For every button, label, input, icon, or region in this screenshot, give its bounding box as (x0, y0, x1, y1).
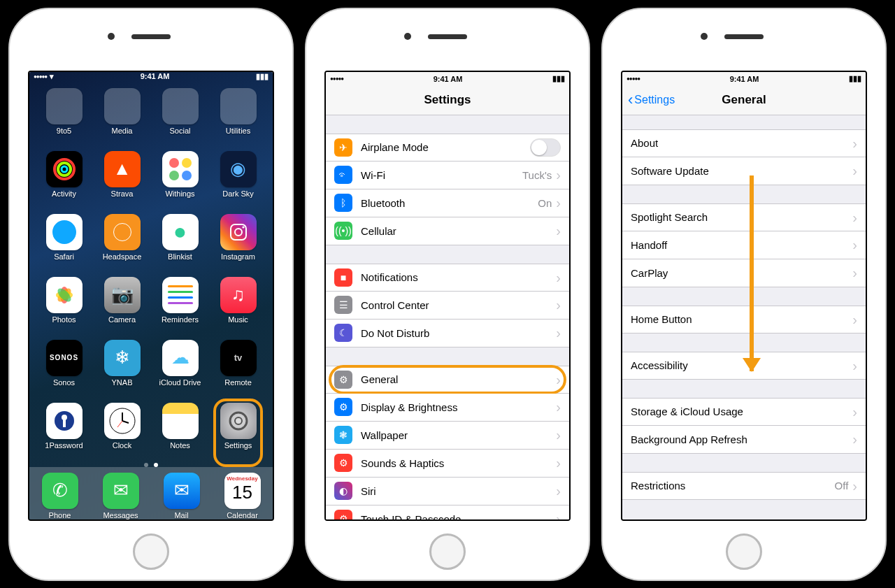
row-touch-id-passcode[interactable]: ⚙Touch ID & Passcode› (326, 505, 569, 519)
svg-point-2 (62, 166, 67, 172)
battery-icon: ▮▮▮ (256, 72, 268, 81)
app-1password[interactable]: 1Password (35, 403, 93, 463)
row-label: Home Button (631, 313, 692, 325)
app-activity[interactable]: Activity (35, 151, 93, 211)
dock-calendar[interactable]: Wednesday15Calendar (224, 473, 261, 519)
row-label: Airplane Mode (361, 141, 429, 153)
folder-utilities[interactable]: Utilities (209, 88, 267, 148)
chevron-left-icon: ‹ (628, 91, 633, 109)
row-detail: Tuck's (522, 169, 556, 181)
app-blinkist[interactable]: ●Blinkist (151, 214, 209, 274)
row-label: Software Update (631, 165, 709, 177)
app-sonos[interactable]: SONOSSonos (35, 340, 93, 400)
settings-list[interactable]: ✈Airplane ModeᯤWi-FiTuck's›ᛒBluetoothOn›… (326, 115, 569, 519)
row-label: Restrictions (631, 480, 685, 492)
row-label: Background App Refresh (631, 433, 747, 445)
svg-point-7 (235, 229, 242, 236)
row-handoff[interactable]: Handoff› (622, 231, 866, 259)
app-camera[interactable]: 📷Camera (93, 277, 151, 337)
chevron-right-icon: › (556, 271, 561, 285)
row-label: About (631, 137, 658, 149)
nav-title: Settings (424, 93, 471, 107)
app-remote[interactable]: tvRemote (209, 340, 267, 400)
row-wallpaper[interactable]: ❃Wallpaper› (326, 422, 569, 450)
row-siri[interactable]: ◐Siri› (326, 478, 569, 505)
home-button[interactable] (133, 533, 169, 570)
app-safari[interactable]: Safari (35, 214, 93, 274)
row-wi-fi[interactable]: ᯤWi-FiTuck's› (326, 162, 569, 189)
general-list[interactable]: About›Software Update› Spotlight Search›… (622, 115, 866, 519)
home-button[interactable] (429, 533, 466, 570)
row-restrictions[interactable]: RestrictionsOff› (622, 472, 866, 500)
chevron-right-icon: › (852, 359, 857, 373)
nav-bar: Settings (326, 86, 569, 115)
app-notes[interactable]: Notes (151, 403, 209, 463)
chevron-right-icon: › (556, 484, 561, 498)
app-reminders[interactable]: Reminders (151, 277, 209, 337)
row-general[interactable]: ⚙General› (326, 366, 569, 394)
app-strava[interactable]: ▲Strava (93, 151, 151, 211)
chevron-right-icon: › (556, 512, 561, 519)
app-clock[interactable]: Clock (93, 403, 151, 463)
chevron-right-icon: › (556, 326, 561, 340)
folder-social[interactable]: Social (151, 88, 209, 148)
row-control-center[interactable]: ☰Control Center› (326, 292, 569, 320)
wifi-icon: ▾ (50, 72, 54, 81)
row-carplay[interactable]: CarPlay› (622, 259, 866, 287)
status-bar: ●●●●● 9:41 AM ▮▮▮ (622, 72, 866, 86)
row-cellular[interactable]: ((•))Cellular› (326, 217, 569, 245)
back-button[interactable]: ‹ Settings (628, 91, 675, 109)
chevron-right-icon: › (852, 136, 857, 150)
row-software-update[interactable]: Software Update› (622, 157, 866, 185)
row-accessibility[interactable]: Accessibility› (622, 352, 866, 380)
settings-section-icon: ❃ (334, 426, 352, 444)
app-photos[interactable]: Photos (35, 277, 93, 337)
row-home-button[interactable]: Home Button› (622, 306, 866, 334)
row-do-not-disturb[interactable]: ☾Do Not Disturb› (326, 320, 569, 347)
row-spotlight-search[interactable]: Spotlight Search› (622, 203, 866, 231)
row-notifications[interactable]: ■Notifications› (326, 264, 569, 292)
row-label: Control Center (361, 299, 429, 311)
row-storage-icloud-usage[interactable]: Storage & iCloud Usage› (622, 398, 866, 426)
app-withings[interactable]: Withings (151, 151, 209, 211)
app-icloud-drive[interactable]: ☁iCloud Drive (151, 340, 209, 400)
chevron-right-icon: › (556, 168, 561, 182)
row-bluetooth[interactable]: ᛒBluetoothOn› (326, 189, 569, 217)
dock-mail[interactable]: ✉Mail (164, 473, 200, 519)
row-label: Cellular (361, 225, 396, 237)
app-music[interactable]: ♫Music (209, 277, 267, 337)
row-label: Accessibility (631, 359, 688, 371)
settings-section-icon: ᯤ (334, 166, 352, 184)
chevron-right-icon: › (556, 373, 561, 387)
iphone-home: ●●●●●▾ 9:41 AM ▮▮▮ 9to5 (8, 8, 294, 581)
battery-icon: ▮▮▮ (552, 74, 565, 83)
row-display-brightness[interactable]: ⚙Display & Brightness› (326, 394, 569, 422)
row-background-app-refresh[interactable]: Background App Refresh› (622, 426, 866, 454)
row-airplane-mode[interactable]: ✈Airplane Mode (326, 134, 569, 162)
folder-9to5[interactable]: 9to5 (35, 88, 93, 148)
settings-section-icon: ☾ (334, 324, 352, 342)
settings-section-icon: ✈ (334, 138, 352, 157)
svg-point-1 (58, 163, 71, 175)
dock-phone[interactable]: ✆Phone (42, 473, 78, 519)
app-settings[interactable]: Settings (209, 403, 267, 463)
app-ynab[interactable]: ❄YNAB (93, 340, 151, 400)
app-darksky[interactable]: ◉Dark Sky (209, 151, 267, 211)
row-label: Storage & iCloud Usage (631, 406, 743, 417)
row-label: Wi-Fi (361, 169, 385, 181)
dock-messages[interactable]: ✉Messages (103, 473, 139, 519)
row-sounds-haptics[interactable]: ⚙Sounds & Haptics› (326, 450, 569, 478)
app-headspace[interactable]: Headspace (93, 214, 151, 274)
home-button[interactable] (726, 533, 762, 570)
chevron-right-icon: › (852, 164, 857, 178)
settings-section-icon: ■ (334, 268, 352, 287)
folder-media[interactable]: Media (93, 88, 151, 148)
chevron-right-icon: › (852, 238, 857, 252)
app-instagram[interactable]: Instagram (209, 214, 267, 274)
status-time: 9:41 AM (730, 75, 759, 83)
status-bar: ●●●●● 9:41 AM ▮▮▮ (326, 72, 569, 86)
row-label: Spotlight Search (631, 211, 708, 223)
toggle-switch[interactable] (530, 138, 561, 157)
chevron-right-icon: › (852, 266, 857, 280)
row-about[interactable]: About› (622, 129, 866, 157)
